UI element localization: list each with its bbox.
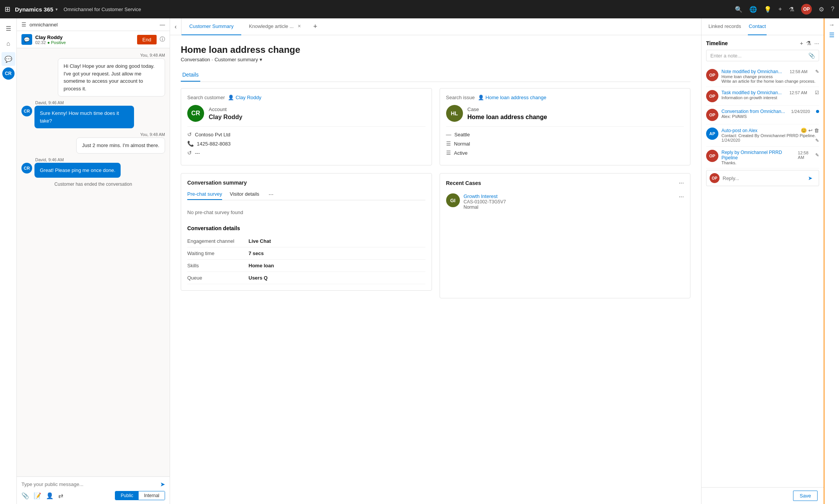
timeline-check-icon-2[interactable]: ☑ bbox=[815, 90, 819, 95]
details-tab-details[interactable]: Details bbox=[181, 69, 200, 82]
main-layout: ☰ ⌂ 💬 CR ☰ omnichannel — 💬 Clay Roddy 02… bbox=[0, 18, 839, 504]
transfer-icon[interactable]: ⇄ bbox=[58, 492, 63, 499]
recent-case-avatar: GI bbox=[446, 193, 460, 207]
tab-close-icon[interactable]: ✕ bbox=[298, 24, 301, 29]
filter-icon[interactable]: ⚗ bbox=[789, 6, 794, 13]
timeline-more-icon[interactable]: ··· bbox=[814, 40, 819, 47]
main-tab-bar: ‹ Customer Summary Knowledge article ...… bbox=[170, 18, 701, 35]
globe-icon[interactable]: 🌐 bbox=[749, 6, 757, 13]
customer-extra: ↺ --- bbox=[187, 150, 425, 156]
timeline-add-icon[interactable]: + bbox=[800, 40, 803, 47]
person-icon[interactable]: 👤 bbox=[46, 492, 54, 499]
far-right-list-icon[interactable]: ☰ bbox=[829, 31, 834, 39]
timeline-note-input[interactable]: Enter a note... 📎 bbox=[706, 50, 819, 61]
timeline-avatar-4: AP bbox=[706, 128, 718, 140]
timeline-title-4[interactable]: Auto-post on Alex bbox=[721, 128, 757, 133]
send-icon[interactable]: ➤ bbox=[160, 481, 165, 488]
customer-company: ↺ Contoso Pvt Ltd bbox=[187, 131, 425, 137]
cards-row-top: Search customer 👤 Clay Roddy CR Account … bbox=[181, 88, 690, 165]
msg-bubble-1: Hi Clay! Hope your are doing good today.… bbox=[58, 58, 165, 97]
chat-session[interactable]: 💬 Clay Roddy 02:32 ● Positive End ⓘ bbox=[17, 31, 170, 48]
message-left-2: David, 9:46 AM CR Sure Kenny! How much t… bbox=[21, 100, 165, 128]
customer-link-text: Clay Roddy bbox=[236, 95, 261, 100]
breadcrumb[interactable]: Conversation · Customer summary ▾ bbox=[181, 57, 690, 62]
search-issue-link[interactable]: 👤 Home loan address change bbox=[478, 95, 546, 100]
sidebar-avatar[interactable]: CR bbox=[2, 67, 15, 80]
help-icon[interactable]: ? bbox=[831, 6, 834, 13]
conv-tab-visitor[interactable]: Visitor details bbox=[230, 189, 259, 200]
brand-name[interactable]: Dynamics 365 bbox=[15, 6, 53, 13]
timeline-edit-icon-4[interactable]: ✎ bbox=[815, 138, 819, 143]
conv-tab-more-icon[interactable]: ··· bbox=[268, 191, 273, 198]
tab-customer-summary[interactable]: Customer Summary bbox=[182, 18, 241, 35]
delete-icon-4[interactable]: 🗑 bbox=[814, 128, 819, 133]
timeline-filter-icon[interactable]: ⚗ bbox=[806, 40, 811, 47]
engagement-value: Live Chat bbox=[249, 238, 271, 244]
timeline-edit-icon-5[interactable]: ✎ bbox=[815, 152, 819, 158]
waiting-value: 7 secs bbox=[249, 250, 264, 256]
back-button[interactable]: ‹ bbox=[170, 18, 182, 35]
tab-contact[interactable]: Contact bbox=[748, 18, 767, 35]
timeline-item-3: OP Conversation from Omnichan... 1/24/20… bbox=[706, 106, 819, 124]
recent-cases-more-icon[interactable]: ··· bbox=[679, 180, 684, 187]
user-avatar[interactable]: OP bbox=[801, 4, 812, 15]
sidebar-chat-icon[interactable]: 💬 bbox=[2, 52, 15, 66]
internal-mode-button[interactable]: Internal bbox=[139, 491, 165, 500]
cards-row-bottom: Conversation summary Pre-chat survey Vis… bbox=[181, 173, 690, 298]
tab-linked-records[interactable]: Linked records bbox=[708, 18, 742, 35]
plus-icon[interactable]: + bbox=[778, 6, 782, 13]
far-right-expand-icon[interactable]: → bbox=[829, 21, 835, 28]
company-value: Contoso Pvt Ltd bbox=[195, 132, 231, 137]
timeline-edit-icon-1[interactable]: ✎ bbox=[815, 69, 819, 74]
attach-icon[interactable]: 📎 bbox=[21, 492, 29, 499]
conv-detail-engagement: Engagement channel Live Chat bbox=[187, 235, 425, 247]
msg-timestamp-3: You, 9:48 AM bbox=[76, 132, 165, 137]
timeline-title: Timeline bbox=[706, 40, 728, 46]
timeline-item-2: OP Task modified by Omnichan... 12:57 AM… bbox=[706, 87, 819, 106]
note-attach-icon[interactable]: 📎 bbox=[808, 52, 815, 59]
brand-chevron-icon[interactable]: ▾ bbox=[56, 7, 57, 11]
settings-icon[interactable]: ⚙ bbox=[819, 6, 824, 13]
chat-input[interactable] bbox=[21, 481, 157, 487]
chat-input-area: ➤ 📎 📝 👤 ⇄ Public Internal bbox=[17, 476, 170, 504]
save-button[interactable]: Save bbox=[793, 491, 818, 501]
end-button[interactable]: End bbox=[137, 35, 157, 44]
brand: Dynamics 365 ▾ bbox=[15, 6, 57, 13]
conv-tabs: Pre-chat survey Visitor details ··· bbox=[187, 189, 425, 200]
extra-icon: ↺ bbox=[187, 150, 192, 156]
timeline-avatar-2: OP bbox=[706, 90, 718, 102]
timeline-sub2-1: Write an article for the home loan chang… bbox=[721, 79, 819, 83]
emoji-icon-4[interactable]: 😊 bbox=[801, 128, 807, 133]
lightbulb-icon[interactable]: 💡 bbox=[764, 6, 772, 13]
sidebar-home-icon[interactable]: ⌂ bbox=[2, 37, 15, 51]
case-identity: HL Case Home loan address change bbox=[446, 105, 684, 127]
chat-menu-icon[interactable]: ☰ bbox=[21, 21, 26, 28]
waiting-label: Waiting time bbox=[187, 250, 249, 256]
recent-case-more-icon[interactable]: ··· bbox=[679, 193, 684, 200]
search-icon[interactable]: 🔍 bbox=[735, 6, 743, 13]
info-icon[interactable]: ⓘ bbox=[160, 36, 165, 43]
sidebar-menu-icon[interactable]: ☰ bbox=[2, 21, 15, 35]
msg-timestamp-2: David, 9:46 AM bbox=[35, 100, 165, 105]
timeline-time-1: 12:58 AM bbox=[790, 69, 807, 74]
search-customer-link[interactable]: 👤 Clay Roddy bbox=[228, 95, 261, 100]
waffle-icon[interactable]: ⊞ bbox=[5, 5, 10, 13]
conv-tab-prechat[interactable]: Pre-chat survey bbox=[187, 189, 222, 200]
note-icon[interactable]: 📝 bbox=[34, 492, 41, 499]
chat-collapse-icon[interactable]: — bbox=[160, 21, 165, 28]
no-survey-text: No pre-chat survey found bbox=[187, 206, 425, 219]
reply-icon-4[interactable]: ↩ bbox=[808, 128, 813, 133]
tab-knowledge-article[interactable]: Knowledge article ... ✕ bbox=[241, 18, 309, 35]
timeline-title-3[interactable]: Conversation from Omnichan... bbox=[721, 109, 785, 114]
timeline-title-2[interactable]: Task modified by Omnichan... bbox=[721, 90, 782, 95]
public-mode-button[interactable]: Public bbox=[115, 491, 139, 500]
timeline-avatar-5: OP bbox=[706, 150, 718, 162]
reply-input[interactable] bbox=[720, 172, 805, 184]
timeline-title-5[interactable]: Reply by Omnichannel PRRD Pipeline bbox=[721, 150, 798, 160]
recent-case-title[interactable]: Growth Interest bbox=[464, 193, 675, 199]
reply-send-button[interactable]: ➤ bbox=[805, 173, 816, 183]
msg-avatar-4: CR bbox=[21, 163, 32, 173]
timeline-title-1[interactable]: Note modified by Omnichan... bbox=[721, 69, 782, 74]
add-tab-button[interactable]: + bbox=[309, 18, 322, 35]
msg-bubble-2: Sure Kenny! How much time does it take? bbox=[34, 106, 134, 128]
